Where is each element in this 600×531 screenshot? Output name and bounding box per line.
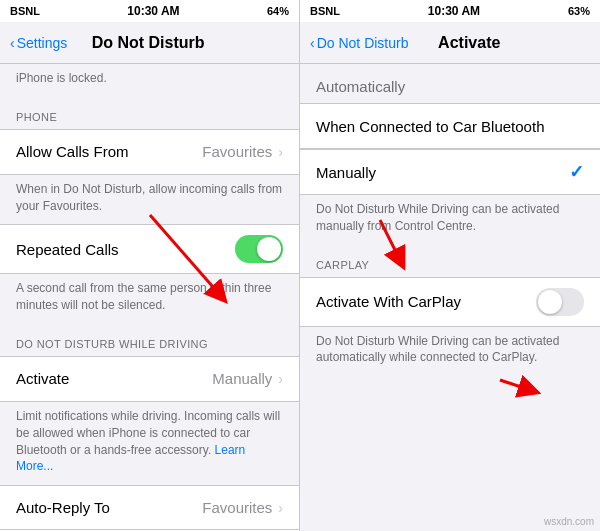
carplay-toggle[interactable] (536, 288, 584, 316)
auto-reply-to-label: Auto-Reply To (16, 499, 202, 516)
right-carrier: BSNL (310, 5, 340, 17)
automatically-group: When Connected to Car Bluetooth (300, 103, 600, 149)
manually-desc: Do Not Disturb While Driving can be acti… (300, 195, 600, 245)
right-battery: 63% (568, 5, 590, 17)
left-back-button[interactable]: ‹ Settings (10, 35, 67, 51)
right-nav-bar: ‹ Do Not Disturb Activate (300, 22, 600, 64)
allow-calls-row[interactable]: Allow Calls From Favourites › (0, 130, 299, 174)
watermark: wsxdn.com (544, 516, 594, 527)
allow-calls-group: Allow Calls From Favourites › (0, 129, 299, 175)
repeated-calls-group: Repeated Calls (0, 224, 299, 274)
auto-reply-to-value: Favourites (202, 499, 272, 516)
right-page-title: Activate (408, 34, 530, 52)
left-panel: BSNL 10:30 AM 64% ‹ Settings Do Not Dist… (0, 0, 300, 531)
left-nav-bar: ‹ Settings Do Not Disturb (0, 22, 299, 64)
dnd-driving-header: DO NOT DISTURB WHILE DRIVING (0, 324, 299, 356)
right-status-bar: BSNL 10:30 AM 63% (300, 0, 600, 22)
right-back-chevron-icon: ‹ (310, 35, 315, 51)
allow-calls-label: Allow Calls From (16, 143, 202, 160)
repeated-calls-row: Repeated Calls (0, 225, 299, 273)
left-content: iPhone is locked. PHONE Allow Calls From… (0, 64, 299, 531)
locked-note: iPhone is locked. (0, 64, 299, 97)
right-panel: BSNL 10:30 AM 63% ‹ Do Not Disturb Activ… (300, 0, 600, 531)
activate-label: Activate (16, 370, 212, 387)
activate-group: Activate Manually › (0, 356, 299, 402)
carplay-desc: Do Not Disturb While Driving can be acti… (300, 327, 600, 377)
repeated-calls-desc: A second call from the same person withi… (0, 274, 299, 324)
manually-row[interactable]: Manually ✓ (300, 150, 600, 194)
left-time: 10:30 AM (127, 4, 179, 18)
manually-group: Manually ✓ (300, 149, 600, 195)
activate-row[interactable]: Activate Manually › (0, 357, 299, 401)
learn-more-link[interactable]: Learn More... (16, 443, 245, 474)
manually-checkmark-icon: ✓ (569, 161, 584, 183)
activate-carplay-row: Activate With CarPlay (300, 278, 600, 326)
auto-reply-group: Auto-Reply To Favourites › Auto-Reply I'… (0, 485, 299, 531)
right-time: 10:30 AM (428, 4, 480, 18)
left-battery: 64% (267, 5, 289, 17)
automatically-header: Automatically (300, 64, 600, 103)
auto-reply-to-row[interactable]: Auto-Reply To Favourites › (0, 486, 299, 530)
allow-calls-desc: When in Do Not Disturb, allow incoming c… (0, 175, 299, 225)
left-page-title: Do Not Disturb (67, 34, 229, 52)
right-back-button[interactable]: ‹ Do Not Disturb (310, 35, 408, 51)
phone-section-header: PHONE (0, 97, 299, 129)
car-bluetooth-label: When Connected to Car Bluetooth (316, 118, 584, 135)
allow-calls-chevron-icon: › (278, 144, 283, 160)
activate-carplay-label: Activate With CarPlay (316, 293, 536, 310)
activate-desc: Limit notifications while driving. Incom… (0, 402, 299, 485)
repeated-calls-toggle[interactable] (235, 235, 283, 263)
left-status-bar: BSNL 10:30 AM 64% (0, 0, 299, 22)
manually-label: Manually (316, 164, 569, 181)
auto-reply-to-chevron-icon: › (278, 500, 283, 516)
left-chevron-icon: ‹ (10, 35, 15, 51)
carplay-section-header: CARPLAY (300, 245, 600, 277)
activate-value: Manually (212, 370, 272, 387)
repeated-calls-label: Repeated Calls (16, 241, 235, 258)
carplay-group: Activate With CarPlay (300, 277, 600, 327)
left-back-label: Settings (17, 35, 68, 51)
right-content: Automatically When Connected to Car Blue… (300, 64, 600, 531)
left-carrier: BSNL (10, 5, 40, 17)
allow-calls-value: Favourites (202, 143, 272, 160)
car-bluetooth-row[interactable]: When Connected to Car Bluetooth (300, 104, 600, 148)
activate-chevron-icon: › (278, 371, 283, 387)
right-back-label: Do Not Disturb (317, 35, 409, 51)
